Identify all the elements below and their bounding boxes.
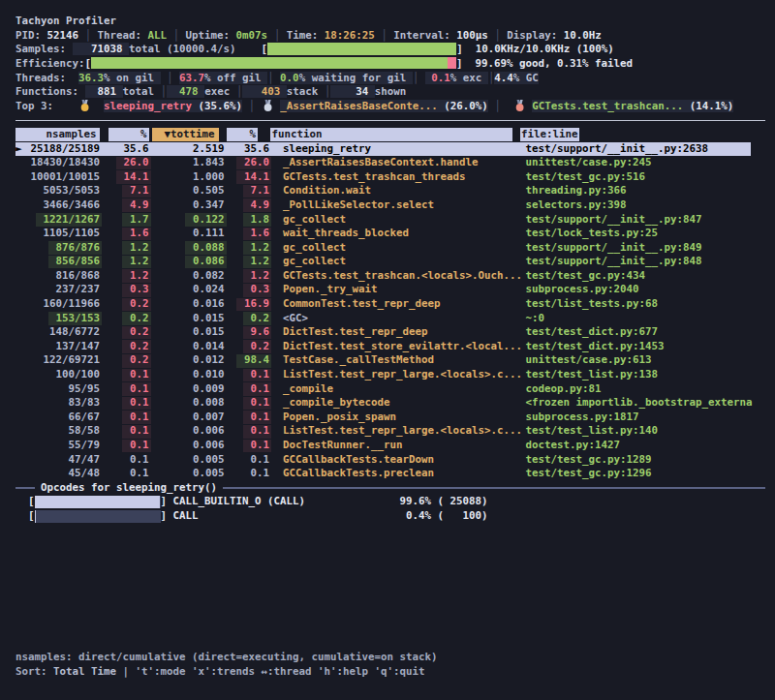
table-row[interactable]: 45/480.10.0050.1GCCallbackTests.preclean… [10, 467, 766, 481]
cell-p1: 0.2 [107, 312, 149, 326]
cell-fn: gc_collect [283, 255, 522, 269]
cell-tot: 0.082 [153, 269, 225, 284]
table-row[interactable]: 816/8681.20.0821.2GCTests.test_trashcan.… [10, 269, 766, 284]
cell-fn: sleeping_retry [283, 142, 522, 157]
cell-p1: 0.1 [107, 467, 149, 481]
cell-tot: 0.006 [153, 439, 225, 453]
cell-p2: 0.2 [229, 312, 270, 326]
table-row[interactable]: 1221/12671.70.1221.8gc_collecttest/suppo… [10, 213, 766, 228]
stat-chip: 34 [330, 85, 375, 98]
cell-p2: 1.8 [229, 213, 270, 228]
cell-fn: Condition.wait [283, 184, 522, 198]
cell-tot: 0.122 [153, 213, 225, 228]
col-header-tottime[interactable]: ▼tottime [152, 128, 219, 141]
table-top-separator [10, 113, 766, 128]
table-row[interactable]: 856/8561.20.0861.2gc_collecttest/support… [10, 255, 766, 269]
col-header-fileline[interactable]: file:line [520, 128, 580, 141]
table-row[interactable]: 122/697210.20.01298.4TestCase._callTestM… [10, 353, 766, 368]
cell-p1: 14.1 [107, 170, 149, 185]
table-row[interactable]: 153/1530.20.0150.2<GC>~:0 [10, 312, 766, 326]
cell-tot: 0.007 [153, 411, 225, 425]
functions-line: Functions: 881 total │ 478 exec │ 403 st… [10, 85, 766, 100]
silver-medal-icon [262, 100, 274, 111]
cell-p1: 1.2 [107, 269, 149, 284]
cell-p1: 4.9 [107, 198, 149, 213]
cell-p1: 1.7 [107, 213, 149, 228]
cell-fn: DictTest.test_store_evilattr.<local... [283, 340, 522, 354]
table-row[interactable]: 237/2370.30.0240.3Popen._try_waitsubproc… [10, 283, 766, 297]
cell-ns: 148/6772 [16, 325, 100, 340]
table-row[interactable]: 66/670.10.0070.1Popen._posix_spawnsubpro… [10, 411, 766, 425]
cell-p1: 0.1 [107, 411, 149, 425]
col-header-nsamples[interactable]: nsamples [16, 128, 100, 141]
cell-p2: 1.2 [229, 255, 270, 269]
col-header-direct-pct[interactable]: % [108, 128, 149, 141]
stat-chip: 478 [167, 85, 204, 98]
separator-dash-right [223, 487, 765, 489]
cell-ns: 237/237 [16, 283, 100, 297]
cell-p1: 1.2 [107, 255, 149, 269]
cell-fl: test/support/__init__.py:847 [526, 213, 766, 228]
cell-p2: 14.1 [229, 170, 270, 185]
cell-fn: TestCase._callTestMethod [283, 353, 522, 368]
cell-p1: 0.2 [107, 325, 149, 340]
cell-p2: 1.6 [229, 227, 270, 241]
stat-chip: 0.1% exc [425, 72, 488, 84]
cell-tot: 0.014 [153, 340, 225, 354]
stat-chip: 36.3% on gil [78, 72, 161, 84]
table-row[interactable]: 55/790.10.0060.1DocTestRunner.__rundocte… [10, 439, 766, 453]
cell-ns: 55/79 [16, 439, 100, 453]
cell-tot: 1.000 [153, 170, 225, 185]
cell-fn: DocTestRunner.__run [283, 439, 522, 453]
cell-tot: 0.009 [153, 382, 225, 397]
table-row[interactable]: 3466/34664.90.3474.9_PollLikeSelector.se… [10, 198, 766, 213]
table-row[interactable]: 100/1000.10.0100.1ListTest.test_repr_lar… [10, 368, 766, 382]
threads-line: Threads: 36.3% on gil │ 63.7% off gil │ … [10, 72, 766, 86]
cell-tot: 0.016 [153, 297, 225, 312]
app-title-line: Tachyon Profiler [10, 15, 766, 29]
cell-fn: GCCallbackTests.preclean [283, 467, 522, 481]
cell-fn: ListTest.test_repr_large.<locals>.c... [283, 424, 522, 439]
cell-fl: test/test_gc.py:516 [526, 170, 766, 185]
col-header-function[interactable]: function [270, 128, 513, 141]
table-row[interactable]: 18430/1843026.01.84326.0_AssertRaisesBas… [10, 156, 766, 170]
cell-ns: 1105/1105 [16, 227, 100, 241]
cell-p1: 0.1 [107, 424, 149, 439]
table-row[interactable]: 95/950.10.0090.1_compilecodeop.py:81 [10, 382, 766, 397]
cell-tot: 0.005 [153, 453, 225, 468]
table-row[interactable]: 47/470.10.0050.1GCCallbackTests.tearDown… [10, 453, 766, 468]
cell-p1: 0.1 [107, 382, 149, 397]
cell-ns: 160/11966 [16, 297, 100, 312]
table-row[interactable]: 58/580.10.0060.1ListTest.test_repr_large… [10, 424, 766, 439]
cell-p1: 0.3 [107, 283, 149, 297]
col-header-cumulative-pct[interactable]: % [227, 128, 259, 141]
cell-fl: codeop.py:81 [526, 382, 766, 397]
cell-fl: selectors.py:398 [526, 198, 766, 213]
cell-p1: 0.2 [107, 297, 149, 312]
cell-p2: 0.1 [229, 453, 270, 468]
opcode-bar-call-builtin-o [35, 496, 161, 508]
table-row[interactable]: 1105/11051.60.1111.6wait_threads_blocked… [10, 227, 766, 241]
cell-p1: 0.1 [107, 453, 149, 468]
cell-p1: 0.1 [107, 439, 149, 453]
table-row[interactable]: 137/1470.20.0140.2DictTest.test_store_ev… [10, 340, 766, 354]
process-info-line: PID: 52146 │ Thread: ALL │ Uptime: 0m07s… [10, 29, 766, 44]
table-row[interactable]: 83/830.10.0080.1_compile_bytecode<frozen… [10, 396, 766, 411]
cell-tot: 0.008 [153, 396, 225, 411]
cell-fl: test/test_list.py:138 [526, 368, 766, 382]
cell-fl: threading.py:366 [526, 184, 766, 198]
table-header-row[interactable]: nsamples%▼tottime%functionfile:line [10, 128, 766, 142]
table-row[interactable]: 160/119660.20.01616.9CommonTest.test_rep… [10, 297, 766, 312]
cell-tot: 0.111 [153, 227, 225, 241]
cell-fl: test/test_gc.py:434 [526, 269, 766, 284]
table-row[interactable]: 5053/50537.10.5057.1Condition.waitthread… [10, 184, 766, 198]
table-row[interactable]: 876/8761.20.0881.2gc_collecttest/support… [10, 241, 766, 256]
table-row[interactable]: 10001/1001514.11.00014.1GCTests.test_tra… [10, 170, 766, 185]
stat-chip: 63.7% off gil [179, 72, 267, 84]
cell-fl: test/support/__init__.py:2638 [526, 142, 766, 157]
table-row[interactable]: 148/67720.20.0159.6DictTest.test_repr_de… [10, 325, 766, 340]
cell-fn: Popen._posix_spawn [283, 411, 522, 425]
cell-p2: 98.4 [229, 353, 270, 368]
table-row-selected[interactable]: ►25188/2518935.62.51935.6sleeping_retryt… [10, 142, 766, 157]
cell-fl: test/test_gc.py:1296 [526, 467, 766, 481]
